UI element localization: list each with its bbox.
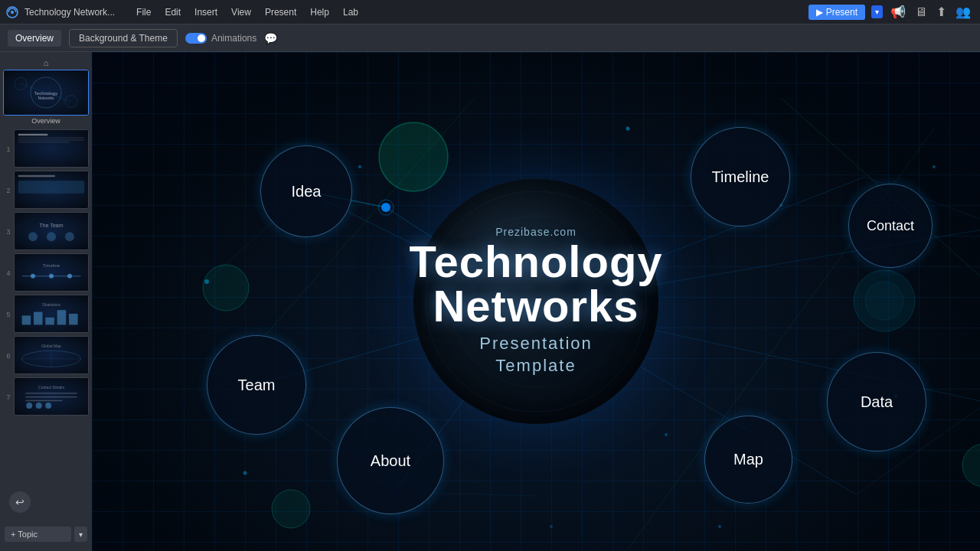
slide-2[interactable]: 2 Idea bbox=[3, 171, 89, 209]
menu-file[interactable]: File bbox=[130, 5, 157, 19]
add-topic-dropdown[interactable]: ▾ bbox=[74, 527, 87, 542]
canvas-area[interactable]: Prezibase.com Technology Networks Presen… bbox=[92, 52, 980, 551]
present-dropdown-arrow[interactable]: ▾ bbox=[871, 5, 883, 18]
svg-text:Contact Details: Contact Details bbox=[38, 385, 64, 390]
node-team[interactable]: Team bbox=[207, 335, 306, 435]
svg-text:Global Map: Global Map bbox=[41, 344, 61, 348]
app-title: Technology Network... bbox=[24, 7, 115, 18]
svg-point-63 bbox=[665, 433, 668, 436]
svg-point-37 bbox=[26, 403, 32, 409]
svg-point-69 bbox=[381, 203, 390, 212]
svg-point-3 bbox=[65, 96, 77, 108]
svg-rect-9 bbox=[18, 138, 84, 139]
svg-point-0 bbox=[11, 11, 14, 14]
menu-view[interactable]: View bbox=[225, 5, 257, 19]
svg-point-74 bbox=[962, 444, 980, 487]
present-label: Present bbox=[826, 7, 858, 18]
slide-7[interactable]: 7 Contact Details Contact bbox=[3, 377, 89, 416]
svg-rect-28 bbox=[69, 314, 78, 324]
tab-bg-theme[interactable]: Background & Theme bbox=[69, 29, 178, 47]
svg-point-64 bbox=[243, 471, 247, 475]
svg-point-22 bbox=[67, 274, 72, 279]
svg-rect-13 bbox=[18, 181, 84, 194]
menu-bar: File Edit Insert View Present Help Lab bbox=[130, 5, 364, 19]
animations-toggle[interactable]: Animations bbox=[185, 33, 256, 44]
svg-point-67 bbox=[718, 525, 721, 528]
animations-label: Animations bbox=[211, 33, 256, 44]
svg-point-60 bbox=[626, 127, 630, 131]
slide-7-num: 7 bbox=[3, 377, 14, 416]
svg-point-38 bbox=[36, 403, 42, 409]
svg-rect-8 bbox=[18, 134, 47, 135]
svg-point-39 bbox=[45, 403, 51, 409]
play-icon: ▶ bbox=[816, 7, 823, 18]
svg-rect-11 bbox=[18, 142, 70, 142]
svg-rect-10 bbox=[18, 139, 84, 140]
node-contact[interactable]: Contact bbox=[848, 184, 933, 268]
menu-present[interactable]: Present bbox=[259, 5, 302, 19]
node-idea[interactable]: Idea bbox=[260, 145, 352, 237]
slide-2-num: 2 bbox=[3, 171, 14, 209]
svg-point-17 bbox=[65, 232, 74, 241]
slide-3[interactable]: 3 The Team Team bbox=[3, 212, 89, 250]
center-title: Prezibase.com Technology Networks Presen… bbox=[406, 226, 666, 377]
svg-rect-34 bbox=[25, 393, 77, 393]
svg-point-68 bbox=[550, 525, 553, 528]
top-bar-right: ▶ Present ▾ 📢 🖥 ⬆ 👥 bbox=[808, 3, 980, 21]
slide-1-num: 1 bbox=[3, 129, 14, 168]
slide-4-num: 4 bbox=[3, 253, 14, 292]
top-bar: Technology Network... File Edit Insert V… bbox=[0, 0, 980, 24]
svg-point-21 bbox=[49, 274, 54, 279]
speaker-icon[interactable]: 📢 bbox=[889, 3, 907, 21]
svg-rect-26 bbox=[45, 318, 54, 325]
slide-6[interactable]: 6 Global Map Map bbox=[3, 336, 89, 374]
svg-point-59 bbox=[358, 165, 361, 168]
sidebar-bottom: + Topic ▾ bbox=[0, 520, 92, 548]
back-button[interactable]: ↩ bbox=[9, 491, 31, 513]
svg-rect-12 bbox=[18, 175, 55, 177]
menu-insert[interactable]: Insert bbox=[188, 5, 224, 19]
slide-5-num: 5 bbox=[3, 295, 14, 333]
home-icon: ⌂ bbox=[44, 58, 49, 67]
users-icon[interactable]: 👥 bbox=[954, 3, 972, 21]
main-title: Technology Networks bbox=[406, 240, 666, 328]
node-about[interactable]: About bbox=[337, 407, 444, 514]
toggle-switch[interactable] bbox=[185, 33, 207, 44]
menu-edit[interactable]: Edit bbox=[158, 5, 187, 19]
node-map[interactable]: Map bbox=[704, 416, 792, 504]
slide-overview[interactable]: ⌂ Technology Networks Overview bbox=[3, 57, 89, 126]
svg-rect-27 bbox=[57, 310, 67, 324]
comment-icon[interactable]: 💬 bbox=[264, 32, 277, 44]
node-timeline[interactable]: Timeline bbox=[691, 127, 790, 227]
present-button[interactable]: ▶ Present bbox=[808, 5, 865, 20]
second-bar: Overview Background & Theme Animations 💬 bbox=[0, 24, 980, 52]
svg-text:Timeline: Timeline bbox=[43, 263, 60, 268]
svg-text:Statistics: Statistics bbox=[42, 302, 60, 307]
slide-5[interactable]: 5 Statistics Data bbox=[3, 295, 89, 333]
slide-4[interactable]: 4 Timeline Timeline bbox=[3, 253, 89, 292]
svg-point-15 bbox=[28, 232, 38, 241]
svg-point-77 bbox=[865, 282, 903, 320]
svg-rect-35 bbox=[25, 396, 77, 397]
svg-point-16 bbox=[47, 232, 56, 241]
svg-text:The Team: The Team bbox=[40, 223, 64, 228]
monitor-icon[interactable]: 🖥 bbox=[913, 4, 929, 21]
svg-rect-24 bbox=[22, 315, 31, 324]
add-topic-button[interactable]: + Topic bbox=[5, 527, 71, 542]
menu-lab[interactable]: Lab bbox=[337, 5, 364, 19]
app-logo bbox=[0, 0, 24, 24]
slide-1[interactable]: 1 About bbox=[3, 129, 89, 168]
overview-label: Overview bbox=[3, 116, 89, 126]
tab-overview[interactable]: Overview bbox=[8, 30, 61, 47]
svg-point-72 bbox=[203, 265, 249, 311]
slide-6-num: 6 bbox=[3, 336, 14, 374]
sidebar: ⌂ Technology Networks Overview bbox=[0, 52, 92, 551]
menu-help[interactable]: Help bbox=[304, 5, 335, 19]
slide-3-num: 3 bbox=[3, 212, 14, 250]
svg-point-73 bbox=[272, 490, 310, 528]
svg-rect-36 bbox=[25, 400, 62, 401]
node-data[interactable]: Data bbox=[827, 352, 926, 452]
sub-title: Presentation Template bbox=[406, 333, 666, 377]
svg-rect-25 bbox=[34, 312, 43, 325]
share-icon[interactable]: ⬆ bbox=[935, 3, 948, 21]
